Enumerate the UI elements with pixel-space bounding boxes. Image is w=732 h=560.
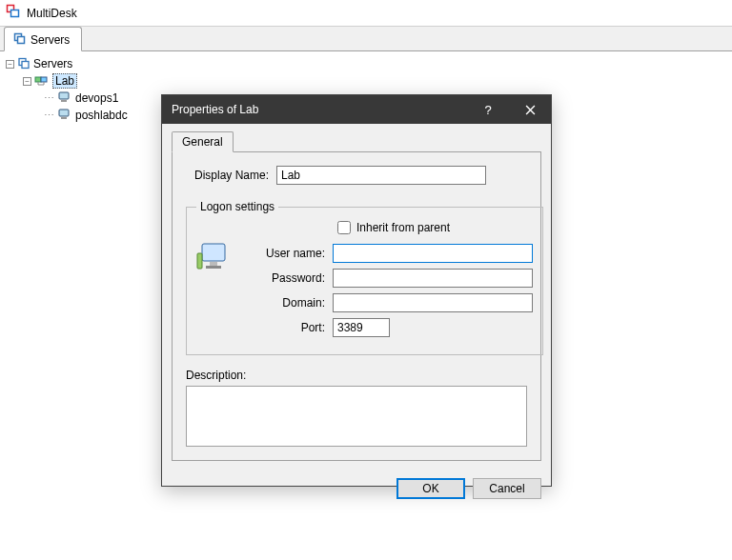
computer-icon xyxy=(57,90,72,107)
tree-group-label[interactable]: Lab xyxy=(52,73,77,89)
svg-rect-6 xyxy=(35,77,41,82)
ok-button[interactable]: OK xyxy=(396,478,465,499)
port-input[interactable] xyxy=(333,318,390,337)
password-label: Password: xyxy=(242,271,333,285)
servers-folder-icon xyxy=(17,56,30,72)
svg-rect-8 xyxy=(59,92,69,99)
close-button[interactable] xyxy=(509,95,551,124)
logon-settings-group: Logon settings Inherit from pa xyxy=(186,200,543,355)
tab-general[interactable]: General xyxy=(172,131,234,152)
password-input[interactable] xyxy=(333,269,533,288)
help-button[interactable]: ? xyxy=(467,95,509,124)
server-tree[interactable]: − Servers − Lab ⋯ devops1 ⋯ poshlabd xyxy=(0,51,172,560)
properties-dialog: Properties of Lab ? General Display Name… xyxy=(161,94,552,487)
app-titlebar: MultiDesk xyxy=(0,0,732,27)
svg-rect-7 xyxy=(41,77,47,82)
tree-branch-icon: ⋯ xyxy=(44,110,54,122)
svg-rect-15 xyxy=(197,253,202,269)
dialog-title: Properties of Lab xyxy=(172,103,258,116)
group-icon xyxy=(34,73,50,90)
display-name-label: Display Name: xyxy=(186,169,276,182)
general-pane: Display Name: Logon settings xyxy=(172,151,541,461)
tab-general-label: General xyxy=(182,135,223,149)
username-label: User name: xyxy=(242,247,333,260)
cancel-button[interactable]: Cancel xyxy=(473,478,541,499)
tab-servers-label: Servers xyxy=(30,33,70,47)
tree-branch-icon: ⋯ xyxy=(44,92,54,105)
svg-rect-12 xyxy=(202,244,225,261)
computer-auth-icon xyxy=(196,221,234,343)
tree-root-label[interactable]: Servers xyxy=(33,57,72,70)
domain-input[interactable] xyxy=(333,293,533,312)
username-input[interactable] xyxy=(333,244,533,263)
svg-rect-5 xyxy=(22,61,29,68)
port-label: Port: xyxy=(242,321,333,334)
app-icon xyxy=(6,4,21,22)
computer-icon xyxy=(57,108,72,124)
svg-rect-14 xyxy=(206,266,221,269)
tree-node-poshlabdc[interactable]: poshlabdc xyxy=(75,109,128,122)
servers-icon xyxy=(12,31,26,48)
inherit-label: Inherit from parent xyxy=(356,221,450,234)
display-name-input[interactable] xyxy=(276,166,486,185)
root-expander[interactable]: − xyxy=(6,60,14,69)
svg-rect-9 xyxy=(61,100,67,102)
svg-rect-3 xyxy=(18,37,25,44)
description-textarea[interactable] xyxy=(186,386,527,447)
tree-expander-lab[interactable]: − xyxy=(23,77,31,86)
dialog-titlebar[interactable]: Properties of Lab ? xyxy=(162,95,551,124)
tab-servers[interactable]: Servers xyxy=(4,27,82,51)
svg-rect-13 xyxy=(210,262,217,266)
svg-rect-1 xyxy=(11,10,19,17)
logon-legend: Logon settings xyxy=(196,200,278,213)
main-tabstrip: Servers xyxy=(0,27,732,51)
description-label: Description: xyxy=(186,369,527,382)
svg-rect-11 xyxy=(61,117,67,119)
app-title: MultiDesk xyxy=(27,7,77,20)
tree-node-devops1[interactable]: devops1 xyxy=(75,91,118,105)
domain-label: Domain: xyxy=(242,296,333,310)
inherit-checkbox[interactable] xyxy=(337,221,351,234)
svg-rect-10 xyxy=(59,110,69,116)
